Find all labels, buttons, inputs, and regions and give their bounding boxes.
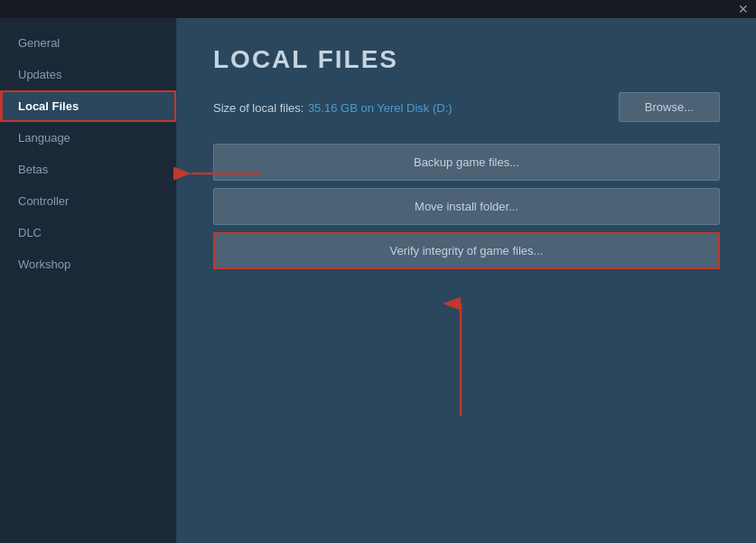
move-install-button[interactable]: Move install folder... — [213, 188, 720, 225]
sidebar-item-updates[interactable]: Updates — [0, 59, 176, 90]
top-bar: ✕ — [0, 0, 756, 18]
file-size-value[interactable]: 35.16 GB on Yerel Disk (D:) — [308, 101, 453, 115]
sidebar-item-local-files[interactable]: Local Files — [0, 90, 176, 122]
sidebar-item-general[interactable]: General — [0, 27, 176, 59]
sidebar-item-controller[interactable]: Controller — [0, 185, 176, 217]
sidebar-item-language[interactable]: Language — [0, 122, 176, 154]
backup-button[interactable]: Backup game files... — [213, 144, 720, 181]
sidebar-item-betas[interactable]: Betas — [0, 154, 176, 185]
page-title: LOCAL FILES — [213, 45, 720, 74]
file-size-row: Size of local files: 35.16 GB on Yerel D… — [213, 92, 720, 122]
close-button[interactable]: ✕ — [731, 0, 756, 18]
file-size-info: Size of local files: 35.16 GB on Yerel D… — [213, 99, 453, 116]
browse-button[interactable]: Browse... — [619, 92, 720, 122]
content-area: LOCAL FILES Size of local files: 35.16 G… — [177, 18, 756, 543]
main-layout: General Updates Local Files Language Bet… — [0, 0, 756, 543]
action-buttons: Backup game files... Move install folder… — [213, 144, 720, 269]
file-size-label: Size of local files: — [213, 101, 303, 115]
verify-integrity-button[interactable]: Verify integrity of game files... — [213, 232, 720, 269]
sidebar: General Updates Local Files Language Bet… — [0, 18, 177, 543]
sidebar-item-workshop[interactable]: Workshop — [0, 248, 176, 280]
sidebar-item-dlc[interactable]: DLC — [0, 217, 176, 248]
